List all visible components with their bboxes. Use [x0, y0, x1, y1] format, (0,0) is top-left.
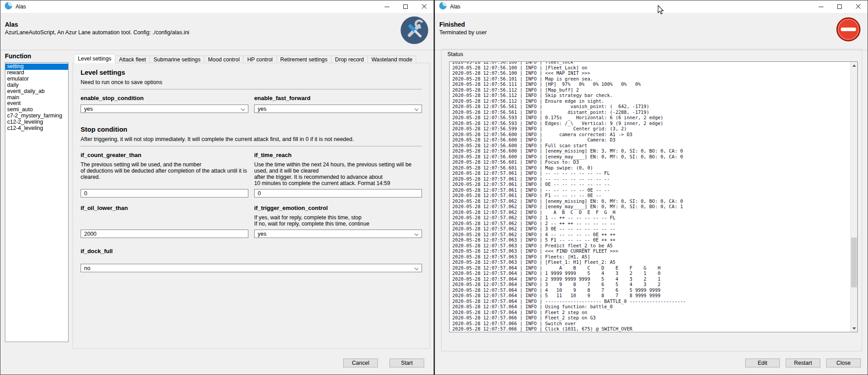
- log-line: 2020-05-28 12:07:57.064 | INFO | 5 11 10…: [452, 293, 857, 298]
- config-window: Alas Alas AzurLaneAutoScript, An Azur La…: [0, 0, 434, 375]
- enable-stop-condition-select[interactable]: yes: [81, 105, 248, 113]
- app-header: Alas AzurLaneAutoScript, An Azur Lane au…: [0, 13, 434, 50]
- minimize-icon: [819, 7, 823, 7]
- field-label: enable_stop_condition: [81, 95, 248, 101]
- function-item-emulator[interactable]: emulator: [5, 76, 68, 82]
- close-run-button[interactable]: Close: [826, 359, 861, 367]
- chevron-down-icon: [241, 107, 245, 111]
- divider: [81, 146, 422, 146]
- tab-drop-record[interactable]: Drop record: [332, 56, 368, 63]
- close-button[interactable]: [849, 0, 868, 13]
- edit-button[interactable]: Edit: [745, 359, 780, 367]
- log-line: 2020-05-28 12:07:57.064 | INFO | -------…: [452, 298, 857, 304]
- start-button[interactable]: Start: [389, 359, 424, 367]
- run-header: Finished Terminated by user: [435, 13, 868, 50]
- minimize-button[interactable]: [377, 0, 396, 13]
- function-item-main[interactable]: main: [5, 95, 68, 101]
- scrollbar-thumb[interactable]: [851, 238, 857, 287]
- field-if-oil-lower-than: if_oil_lower_than: [81, 205, 248, 238]
- if-trigger-emotion-control-select[interactable]: yes: [254, 230, 422, 238]
- log-line: 2020-05-28 12:07:57.062 | INFO | 2 -- ++…: [452, 221, 857, 226]
- log-output[interactable]: 2020-05-28 12:07:56.100 | INFO | fleet_l…: [449, 61, 858, 332]
- if-oil-lower-than-input[interactable]: [81, 230, 248, 238]
- tab-hp-control[interactable]: HP control: [243, 56, 276, 63]
- scrollbar-down-arrow[interactable]: [851, 325, 857, 332]
- section-heading: Level settings: [81, 69, 422, 76]
- tab-attack-fleet[interactable]: Attack fleet: [115, 56, 150, 63]
- log-line: 2020-05-28 12:07:57.063 | INFO | <<< FIN…: [452, 248, 857, 254]
- function-item-event-daily-ab[interactable]: event_daily_ab: [5, 89, 68, 95]
- log-line: 2020-05-28 12:07:57.064 | INFO | 1 9999 …: [452, 270, 857, 276]
- log-line: 2020-05-28 12:07:56.100 | INFO | [Fleet_…: [452, 65, 857, 71]
- window-title: Alas: [16, 4, 26, 10]
- field-label: if_time_reach: [254, 152, 422, 158]
- log-line: 2020-05-28 12:07:56.593 | INFO | Edges: …: [452, 121, 857, 126]
- log-line: 2020-05-28 12:07:56.600 | INFO | Camera:…: [452, 137, 857, 143]
- field-label: if_trigger_emotion_control: [254, 205, 422, 211]
- tools-icon: [401, 16, 428, 44]
- log-line: 2020-05-28 12:07:57.061 | INFO | -- -- -…: [452, 176, 857, 182]
- log-line: 2020-05-28 12:07:57.064 | INFO | 4 10 9 …: [452, 287, 857, 293]
- field-help: If yes, wait for reply, complete this ti…: [254, 214, 422, 227]
- log-line: 2020-05-28 12:07:56.112 | INFO | [Map_bu…: [452, 87, 857, 93]
- log-line: 2020-05-28 12:07:57.063 | INFO | 5 F1 --…: [452, 237, 857, 243]
- spacer: [81, 214, 248, 230]
- section-heading: Stop condition: [81, 125, 422, 133]
- field-label: enable_fast_forward: [254, 95, 422, 101]
- close-icon: [856, 4, 861, 9]
- titlebar[interactable]: Alas: [0, 0, 434, 13]
- function-item-c12-4-leveling[interactable]: c12-4_leveling: [5, 125, 68, 132]
- function-item-setting[interactable]: setting: [5, 64, 68, 70]
- log-line: 2020-05-28 12:07:56.601 | INFO | Focus t…: [452, 159, 857, 165]
- log-lines: 2020-05-28 12:07:56.100 | INFO | fleet_l…: [450, 61, 857, 332]
- tab-mood-control[interactable]: Mood control: [204, 56, 243, 63]
- scrollbar-up-arrow[interactable]: [851, 62, 857, 69]
- if-time-reach-input[interactable]: [254, 189, 422, 198]
- maximize-button[interactable]: [396, 0, 415, 13]
- log-line: 2020-05-28 12:07:56.600 | INFO | camera …: [452, 132, 857, 137]
- chevron-down-icon: [414, 266, 418, 270]
- field-label: if_dock_full: [81, 248, 422, 254]
- function-item-c12-2-leveling[interactable]: c12-2_leveling: [5, 119, 68, 125]
- log-line: 2020-05-28 12:07:57.062 | INFO | 1 -- ++…: [452, 215, 857, 221]
- field-label: if_count_greater_than: [81, 152, 248, 158]
- log-line: 2020-05-28 12:07:57.062 | INFO | [enemy_…: [452, 198, 857, 204]
- tab-wasteland-mode[interactable]: Wasteland mode: [368, 56, 416, 63]
- log-line: 2020-05-28 12:07:57.064 | INFO | A B C D…: [452, 265, 857, 271]
- log-line: 2020-05-28 12:07:56.100 | INFO | <<< MAP…: [452, 70, 857, 76]
- mouse-cursor: [657, 5, 664, 16]
- log-line: 2020-05-28 12:07:57.066 | INFO | Switch …: [452, 321, 857, 327]
- tab-submarine-settings[interactable]: Submarine settings: [150, 56, 204, 63]
- tab-level-settings[interactable]: Level settings: [74, 54, 115, 63]
- function-item-c7-2-mystery-farming[interactable]: c7-2_mystery_farming: [5, 113, 68, 119]
- section-help: After triggering, it will not stop immed…: [81, 136, 422, 142]
- triangle-up-icon: [852, 65, 856, 67]
- field-help: Use the time within the next 24 hours, t…: [254, 161, 422, 186]
- maximize-button[interactable]: [830, 0, 849, 13]
- log-line: 2020-05-28 12:07:57.061 | INFO | 0E -- -…: [452, 181, 857, 187]
- function-list: setting reward emulator daily event_dail…: [5, 62, 69, 342]
- alas-logo-icon: [4, 2, 12, 12]
- run-window: Alas Finished Terminated by user Status …: [434, 0, 868, 375]
- log-line: 2020-05-28 12:07:57.062 | INFO | [enemy_…: [452, 204, 857, 210]
- close-button[interactable]: [415, 0, 434, 13]
- function-item-event[interactable]: event: [5, 101, 68, 107]
- log-line: 2020-05-28 12:07:57.064 | INFO | Using f…: [452, 304, 857, 310]
- chevron-down-icon: [414, 232, 418, 236]
- minimize-button[interactable]: [811, 0, 830, 13]
- function-item-semi-auto[interactable]: semi_auto: [5, 107, 68, 113]
- restart-button[interactable]: Restart: [786, 359, 820, 367]
- selected-value: yes: [258, 106, 266, 112]
- cancel-button[interactable]: Cancel: [343, 359, 378, 367]
- log-line: 2020-05-28 12:07:56.561 | INFO | distant…: [452, 109, 857, 115]
- enable-fast-forward-select[interactable]: yes: [254, 105, 422, 113]
- if-dock-full-select[interactable]: no: [81, 264, 422, 272]
- tab-retirement-settings[interactable]: Retirement settings: [277, 56, 332, 63]
- log-line: 2020-05-28 12:07:56.600 | INFO | Full sc…: [452, 143, 857, 149]
- log-line: 2020-05-28 12:07:57.064 | INFO | 2 9999 …: [452, 276, 857, 282]
- function-item-reward[interactable]: reward: [5, 70, 68, 76]
- function-item-daily[interactable]: daily: [5, 82, 68, 89]
- titlebar[interactable]: Alas: [435, 0, 868, 13]
- log-scrollbar[interactable]: [850, 62, 857, 332]
- if-count-greater-than-input[interactable]: [81, 189, 248, 198]
